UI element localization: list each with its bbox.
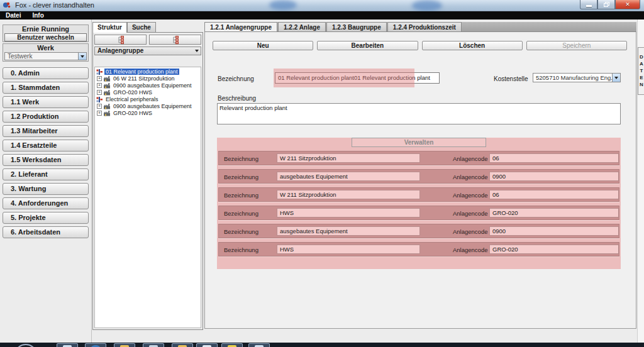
row-anlagencode-input[interactable]: GRO-020 [489,208,619,218]
kostenstelle-select[interactable]: 5205710 Manufacturing Eng. [533,73,621,82]
tree-item-label[interactable]: 0900 ausgebautes Equipement [112,82,193,89]
tab-struktur[interactable]: Struktur [92,22,127,33]
row-bezeichnung-input[interactable]: W 211 Sitzproduktion [277,153,420,163]
tree-item[interactable]: + 0900 ausgebautes Equipement [96,82,201,89]
app-logo-icon [3,1,11,9]
werk-select[interactable]: Testwerk [4,52,87,60]
sidebar-item-produktion[interactable]: 1.2 Produktion [3,111,89,123]
row-bezeichnung-input[interactable]: W 211 Sitzproduktion [277,190,420,199]
tab-suche[interactable]: Suche [127,22,156,33]
sidebar-item-werksdaten[interactable]: 1.5 Werksdaten [3,154,89,166]
taskbar-item[interactable] [248,343,270,347]
sub-asset-row: Bezeichnung W 211 Sitzproduktion Anlagen… [218,151,619,165]
sub-asset-row: Bezeichnung ausgebautes Equipement Anlag… [218,169,619,184]
expand-plus-icon[interactable]: + [97,90,102,95]
taskbar-item[interactable] [57,343,78,347]
taskbar-item[interactable] [196,343,218,347]
tab-anlage[interactable]: 1.2.2 Anlage [278,22,326,31]
kostenstelle-label: Kostenstelle [494,75,528,82]
row-anlagencode-label: Anlagencode [453,192,487,199]
chevron-down-icon[interactable] [612,74,620,82]
detail-content: Neu Bearbeiten Löschen Speichern Bezeich… [204,32,636,329]
tree-item[interactable]: + GRO-020 HWS [96,110,201,116]
beschreibung-textarea[interactable]: Relevant production plant [217,103,621,124]
taskbar[interactable] [0,343,644,347]
row-anlagencode-input[interactable]: 0900 [489,226,619,236]
chevron-down-icon[interactable] [78,53,86,60]
tab-anlagengruppe[interactable]: 1.2.1 Anlagengruppe [204,22,277,31]
menu-datei[interactable]: Datei [0,12,26,19]
taskbar-item-browser[interactable] [85,343,106,347]
close-button[interactable]: ✕ [615,0,640,9]
sidebar-item-anforderungen[interactable]: 4. Anforderungen [3,197,89,209]
action-buttons: Neu Bearbeiten Löschen Speichern [213,41,627,50]
werk-panel: Werk Testwerk [3,43,89,62]
row-bezeichnung-label: Bezeichnung [224,155,258,162]
expand-plus-icon[interactable]: + [97,111,102,116]
switch-user-button[interactable]: Benutzer wechseln [4,33,87,41]
row-anlagencode-input[interactable]: 0900 [489,172,619,181]
bearbeiten-button[interactable]: Bearbeiten [317,41,418,50]
start-orb-icon[interactable] [15,344,36,347]
background-artifact [269,0,297,10]
sidebar-item-arbeitsdaten[interactable]: 6. Arbeitsdaten [3,226,89,238]
row-anlagencode-input[interactable]: GRO-020 [489,245,619,254]
tab-baugruppe[interactable]: 1.2.3 Baugruppe [326,22,387,31]
row-anlagencode-label: Anlagencode [453,174,487,180]
tree-item-label[interactable]: 01 Relevant production plant [104,69,179,75]
taskbar-item-folder[interactable] [172,343,193,347]
tree-item[interactable]: + GRO-020 HWS [96,89,201,96]
bezeichnung-input[interactable]: 01 Relevant production plant01 Relevant … [275,72,440,84]
sub-asset-row: Bezeichnung HWS Anlagencode GRO-020 [218,242,619,256]
row-bezeichnung-input[interactable]: HWS [277,208,420,218]
minimize-button[interactable] [580,0,597,9]
sidebar-item-projekte[interactable]: 5. Projekte [3,212,89,224]
tree-item-root[interactable]: 01 Relevant production plant [96,69,201,75]
tree-item[interactable]: + 0900 ausgebautes Equipement [96,103,201,109]
chevron-down-icon[interactable] [192,47,201,55]
collapse-tree-button[interactable] [94,35,147,45]
row-anlagencode-input[interactable]: 06 [489,153,619,163]
tree-item-label[interactable]: GRO-020 HWS [112,110,153,116]
neu-button[interactable]: Neu [213,41,313,50]
row-bezeichnung-input[interactable]: ausgebautes Equipement [277,226,420,236]
taskbar-item-folder[interactable] [114,343,135,347]
tree-item-label[interactable]: 0900 ausgebautes Equipement [112,103,193,109]
tree-item-label[interactable]: GRO-020 HWS [112,89,153,96]
factory-icon [103,90,111,96]
window-title: Fox - clever instandhalten [15,1,94,9]
expand-plus-icon[interactable]: + [97,83,102,88]
tree-item[interactable]: + 06 W 211 Sitzproduktion [96,75,201,82]
sidebar-item-mitarbeiter[interactable]: 1.3 Mitarbeiter [3,125,89,137]
maximize-button[interactable] [597,0,615,9]
menu-info[interactable]: Info [26,12,49,19]
menubar: Datei Info [0,11,644,19]
sidebar-item-stammdaten[interactable]: 1. Stammdaten [3,82,89,94]
taskbar-item[interactable] [143,343,164,347]
sidebar-item-wartung[interactable]: 3. Wartung [3,183,89,195]
row-bezeichnung-input[interactable]: HWS [277,245,420,254]
row-anlagencode-label: Anlagencode [453,246,487,253]
tree-item-label[interactable]: 06 W 211 Sitzproduktion [112,75,175,82]
expand-tree-button[interactable] [149,35,201,45]
speichern-button[interactable]: Speichern [526,41,627,50]
sidebar-item-werk[interactable]: 1.1 Werk [3,96,89,108]
sidebar-item-lieferant[interactable]: 2. Lieferant [3,168,89,180]
tree-item-root[interactable]: Electrical peripherals [96,96,201,102]
beschreibung-label: Beschreibung [218,95,256,102]
row-bezeichnung-input[interactable]: ausgebautes Equipement [277,172,420,181]
expand-plus-icon[interactable]: + [97,76,102,81]
detail-panel: 1.2.1 Anlagengruppe 1.2.2 Anlage 1.2.3 B… [204,22,636,329]
sidebar-item-ersatzteile[interactable]: 1.4 Ersatzteile [3,140,89,151]
row-anlagencode-input[interactable]: 06 [489,190,619,199]
tree-item-label[interactable]: Electrical peripherals [104,96,160,102]
sidebar-item-admin[interactable]: 0. Admin [3,67,89,79]
group-type-select[interactable]: Anlagengruppe [94,47,201,55]
taskbar-item-star[interactable] [221,343,243,347]
sub-assets-section-highlighted: Verwalten Bezeichnung W 211 Sitzprodukti… [217,138,621,269]
verwalten-button[interactable]: Verwalten [352,138,486,147]
tab-produktionszeit[interactable]: 1.2.4 Produktionszeit [387,22,462,31]
loeschen-button[interactable]: Löschen [422,41,523,50]
expand-plus-icon[interactable]: + [97,104,102,109]
daten-side-tab[interactable]: DATEN [638,47,644,95]
